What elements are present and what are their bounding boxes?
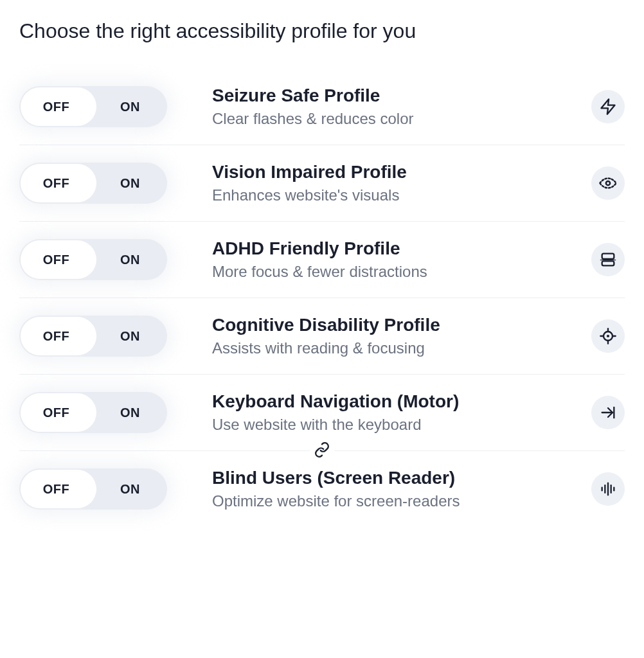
section-heading: Choose the right accessibility profile f…	[19, 19, 625, 43]
profiles-list: OFFONSeizure Safe ProfileClear flashes &…	[19, 69, 625, 527]
soundwave-icon	[591, 472, 625, 506]
toggle-on-label: ON	[93, 329, 167, 344]
profile-toggle[interactable]: OFFON	[19, 163, 167, 204]
target-icon	[591, 319, 625, 353]
svg-rect-2	[602, 254, 614, 259]
svg-point-6	[607, 335, 609, 337]
profile-text: Cognitive Disability ProfileAssists with…	[167, 315, 591, 357]
toggle-off-label: OFF	[19, 329, 93, 344]
profile-row: OFFONADHD Friendly ProfileMore focus & f…	[19, 222, 625, 298]
toggle-on-label: ON	[93, 482, 167, 497]
profile-text: Keyboard Navigation (Motor)Use website w…	[167, 391, 591, 434]
profile-toggle[interactable]: OFFON	[19, 316, 167, 357]
svg-marker-0	[602, 99, 615, 114]
profile-title: Cognitive Disability Profile	[212, 315, 591, 335]
flash-icon	[591, 90, 625, 123]
profile-description: More focus & fewer distractions	[212, 263, 591, 281]
profile-toggle[interactable]: OFFON	[19, 86, 167, 127]
toggle-on-label: ON	[93, 253, 167, 267]
toggle-off-label: OFF	[19, 253, 93, 267]
toggle-on-label: ON	[93, 176, 167, 191]
toggle-on-label: ON	[93, 100, 167, 114]
profile-row: OFFONSeizure Safe ProfileClear flashes &…	[19, 69, 625, 145]
svg-point-1	[606, 181, 610, 185]
profile-title: Keyboard Navigation (Motor)	[212, 391, 591, 412]
profile-row: OFFONKeyboard Navigation (Motor)Use webs…	[19, 375, 625, 451]
toggle-off-label: OFF	[19, 405, 93, 420]
profile-text: Vision Impaired ProfileEnhances website'…	[167, 162, 591, 204]
profile-row: OFFONBlind Users (Screen Reader)Optimize…	[19, 451, 625, 527]
profile-toggle[interactable]: OFFON	[19, 468, 167, 510]
toggle-on-label: ON	[93, 405, 167, 420]
svg-rect-3	[602, 261, 614, 265]
toggle-off-label: OFF	[19, 482, 93, 497]
profile-text: Blind Users (Screen Reader)Optimize webs…	[167, 468, 591, 510]
toggle-off-label: OFF	[19, 100, 93, 114]
profile-title: ADHD Friendly Profile	[212, 238, 591, 259]
profile-title: Vision Impaired Profile	[212, 162, 591, 182]
eye-icon	[591, 166, 625, 200]
profile-description: Optimize website for screen-readers	[212, 492, 591, 510]
focus-frame-icon	[591, 243, 625, 276]
profile-description: Enhances website's visuals	[212, 186, 591, 204]
profile-toggle[interactable]: OFFON	[19, 392, 167, 433]
profile-title: Blind Users (Screen Reader)	[212, 468, 591, 488]
profile-description: Assists with reading & focusing	[212, 339, 591, 357]
profile-toggle[interactable]: OFFON	[19, 239, 167, 280]
profile-text: ADHD Friendly ProfileMore focus & fewer …	[167, 238, 591, 281]
profile-title: Seizure Safe Profile	[212, 85, 591, 106]
toggle-off-label: OFF	[19, 176, 93, 191]
profile-description: Use website with the keyboard	[212, 416, 591, 434]
profile-row: OFFONVision Impaired ProfileEnhances web…	[19, 145, 625, 222]
profile-text: Seizure Safe ProfileClear flashes & redu…	[167, 85, 591, 128]
link-icon	[310, 440, 334, 462]
profile-row: OFFONCognitive Disability ProfileAssists…	[19, 298, 625, 375]
profile-description: Clear flashes & reduces color	[212, 110, 591, 128]
arrow-right-icon	[591, 396, 625, 429]
